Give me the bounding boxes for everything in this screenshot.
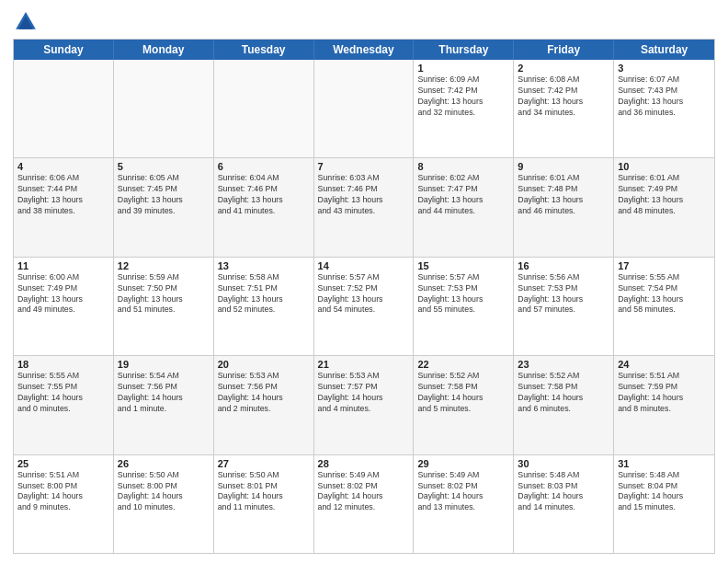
cell-info: Sunrise: 6:07 AMSunset: 7:43 PMDaylight:… [618,75,711,119]
day-cell-27: 27Sunrise: 5:50 AMSunset: 8:01 PMDayligh… [214,455,314,553]
day-cell-24: 24Sunrise: 5:51 AMSunset: 7:59 PMDayligh… [614,356,714,454]
day-cell-28: 28Sunrise: 5:49 AMSunset: 8:02 PMDayligh… [314,455,415,553]
day-cell-31: 31Sunrise: 5:48 AMSunset: 8:04 PMDayligh… [614,455,714,553]
empty-cell [314,60,415,157]
cell-info: Sunrise: 6:01 AMSunset: 7:48 PMDaylight:… [518,173,609,217]
cell-info: Sunrise: 5:48 AMSunset: 8:04 PMDaylight:… [618,470,711,514]
day-number: 18 [17,359,109,370]
cell-info: Sunrise: 6:03 AMSunset: 7:46 PMDaylight:… [318,173,410,217]
cell-info: Sunrise: 5:50 AMSunset: 8:00 PMDaylight:… [118,470,210,514]
cell-info: Sunrise: 6:06 AMSunset: 7:44 PMDaylight:… [17,173,109,217]
day-cell-16: 16Sunrise: 5:56 AMSunset: 7:53 PMDayligh… [514,258,614,355]
day-number: 17 [618,260,711,271]
cell-info: Sunrise: 5:56 AMSunset: 7:53 PMDaylight:… [518,272,609,316]
cell-info: Sunrise: 5:51 AMSunset: 8:00 PMDaylight:… [17,470,109,514]
cell-info: Sunrise: 6:04 AMSunset: 7:46 PMDaylight:… [218,173,310,217]
header-day-tuesday: Tuesday [214,40,314,60]
day-cell-17: 17Sunrise: 5:55 AMSunset: 7:54 PMDayligh… [614,258,714,355]
day-cell-2: 2Sunrise: 6:08 AMSunset: 7:42 PMDaylight… [514,60,614,157]
calendar-body: 1Sunrise: 6:09 AMSunset: 7:42 PMDaylight… [14,60,714,553]
cell-info: Sunrise: 5:49 AMSunset: 8:02 PMDaylight:… [417,470,509,514]
day-number: 11 [17,260,109,271]
day-number: 25 [17,458,109,469]
day-cell-10: 10Sunrise: 6:01 AMSunset: 7:49 PMDayligh… [614,158,714,256]
day-cell-22: 22Sunrise: 5:52 AMSunset: 7:58 PMDayligh… [414,356,514,454]
empty-cell [214,60,314,157]
empty-cell [114,60,214,157]
day-number: 4 [17,161,109,172]
header-day-monday: Monday [114,40,214,60]
logo-icon [13,9,39,35]
day-number: 3 [618,63,711,74]
header-day-wednesday: Wednesday [314,40,415,60]
day-number: 29 [417,458,509,469]
day-cell-3: 3Sunrise: 6:07 AMSunset: 7:43 PMDaylight… [614,60,714,157]
day-number: 23 [518,359,609,370]
calendar-week-4: 18Sunrise: 5:55 AMSunset: 7:55 PMDayligh… [14,356,714,454]
header-day-saturday: Saturday [614,40,714,60]
cell-info: Sunrise: 5:57 AMSunset: 7:53 PMDaylight:… [417,272,509,316]
day-number: 20 [218,359,310,370]
day-cell-20: 20Sunrise: 5:53 AMSunset: 7:56 PMDayligh… [214,356,314,454]
day-cell-14: 14Sunrise: 5:57 AMSunset: 7:52 PMDayligh… [314,258,415,355]
cell-info: Sunrise: 6:01 AMSunset: 7:49 PMDaylight:… [618,173,711,217]
day-cell-7: 7Sunrise: 6:03 AMSunset: 7:46 PMDaylight… [314,158,415,256]
cell-info: Sunrise: 5:55 AMSunset: 7:55 PMDaylight:… [17,371,109,415]
cell-info: Sunrise: 5:53 AMSunset: 7:56 PMDaylight:… [218,371,310,415]
day-number: 26 [118,458,210,469]
cell-info: Sunrise: 6:05 AMSunset: 7:45 PMDaylight:… [118,173,210,217]
header [13,9,715,35]
cell-info: Sunrise: 5:55 AMSunset: 7:54 PMDaylight:… [618,272,711,316]
day-number: 28 [318,458,410,469]
cell-info: Sunrise: 5:59 AMSunset: 7:50 PMDaylight:… [118,272,210,316]
day-number: 21 [318,359,410,370]
day-number: 6 [218,161,310,172]
day-cell-15: 15Sunrise: 5:57 AMSunset: 7:53 PMDayligh… [414,258,514,355]
day-cell-26: 26Sunrise: 5:50 AMSunset: 8:00 PMDayligh… [114,455,214,553]
cell-info: Sunrise: 5:54 AMSunset: 7:56 PMDaylight:… [118,371,210,415]
day-number: 16 [518,260,609,271]
calendar-header: SundayMondayTuesdayWednesdayThursdayFrid… [14,40,714,60]
empty-cell [14,60,114,157]
day-number: 8 [417,161,509,172]
day-number: 15 [417,260,509,271]
day-cell-6: 6Sunrise: 6:04 AMSunset: 7:46 PMDaylight… [214,158,314,256]
cell-info: Sunrise: 5:58 AMSunset: 7:51 PMDaylight:… [218,272,310,316]
calendar-week-5: 25Sunrise: 5:51 AMSunset: 8:00 PMDayligh… [14,455,714,553]
day-number: 14 [318,260,410,271]
cell-info: Sunrise: 5:52 AMSunset: 7:58 PMDaylight:… [518,371,609,415]
cell-info: Sunrise: 6:09 AMSunset: 7:42 PMDaylight:… [417,75,509,119]
cell-info: Sunrise: 5:49 AMSunset: 8:02 PMDaylight:… [318,470,410,514]
day-cell-8: 8Sunrise: 6:02 AMSunset: 7:47 PMDaylight… [414,158,514,256]
day-cell-30: 30Sunrise: 5:48 AMSunset: 8:03 PMDayligh… [514,455,614,553]
cell-info: Sunrise: 6:08 AMSunset: 7:42 PMDaylight:… [518,75,609,119]
calendar: SundayMondayTuesdayWednesdayThursdayFrid… [13,39,715,554]
calendar-week-3: 11Sunrise: 6:00 AMSunset: 7:49 PMDayligh… [14,258,714,356]
cell-info: Sunrise: 5:50 AMSunset: 8:01 PMDaylight:… [218,470,310,514]
day-cell-4: 4Sunrise: 6:06 AMSunset: 7:44 PMDaylight… [14,158,114,256]
day-cell-1: 1Sunrise: 6:09 AMSunset: 7:42 PMDaylight… [414,60,514,157]
day-cell-12: 12Sunrise: 5:59 AMSunset: 7:50 PMDayligh… [114,258,214,355]
cell-info: Sunrise: 5:51 AMSunset: 7:59 PMDaylight:… [618,371,711,415]
day-cell-18: 18Sunrise: 5:55 AMSunset: 7:55 PMDayligh… [14,356,114,454]
cell-info: Sunrise: 5:53 AMSunset: 7:57 PMDaylight:… [318,371,410,415]
day-cell-23: 23Sunrise: 5:52 AMSunset: 7:58 PMDayligh… [514,356,614,454]
page: SundayMondayTuesdayWednesdayThursdayFrid… [0,0,728,563]
day-number: 9 [518,161,609,172]
day-cell-19: 19Sunrise: 5:54 AMSunset: 7:56 PMDayligh… [114,356,214,454]
day-number: 10 [618,161,711,172]
day-cell-5: 5Sunrise: 6:05 AMSunset: 7:45 PMDaylight… [114,158,214,256]
header-day-friday: Friday [514,40,614,60]
day-number: 27 [218,458,310,469]
day-number: 5 [118,161,210,172]
logo [13,9,42,35]
day-cell-13: 13Sunrise: 5:58 AMSunset: 7:51 PMDayligh… [214,258,314,355]
calendar-week-2: 4Sunrise: 6:06 AMSunset: 7:44 PMDaylight… [14,158,714,257]
day-number: 19 [118,359,210,370]
day-cell-21: 21Sunrise: 5:53 AMSunset: 7:57 PMDayligh… [314,356,415,454]
header-day-sunday: Sunday [14,40,114,60]
day-number: 24 [618,359,711,370]
day-number: 7 [318,161,410,172]
cell-info: Sunrise: 5:48 AMSunset: 8:03 PMDaylight:… [518,470,609,514]
cell-info: Sunrise: 5:52 AMSunset: 7:58 PMDaylight:… [417,371,509,415]
